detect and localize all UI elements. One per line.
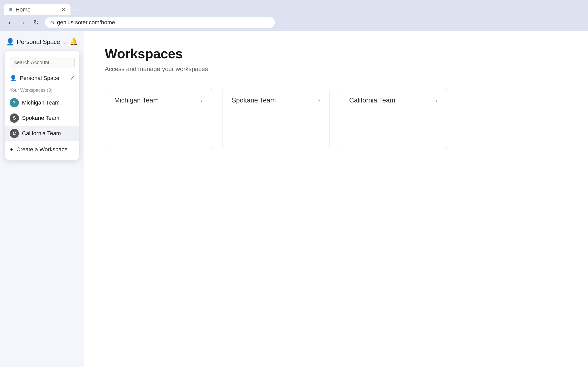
sidebar-header: 👤 Personal Space ⌄ 🔔 [0,31,84,50]
spokane-workspace-label: Spokane Team [22,115,59,121]
forward-button[interactable]: › [18,19,28,27]
workspace-card-michigan-header: Michigan Team › [114,96,203,104]
michigan-workspace-label: Michigan Team [22,99,60,106]
address-bar[interactable]: ⊙ genius.soter.com/home [45,17,275,28]
sidebar: 👤 Personal Space ⌄ 🔔 👤 Personal Space ✓ … [0,31,84,367]
browser-chrome: ≡ Home ✕ + ‹ › ↻ ⊙ genius.soter.com/home [0,0,588,31]
workspace-card-spokane-name: Spokane Team [232,96,276,104]
dropdown-search-area [5,54,79,72]
main-content: Workspaces Access and manage your worksp… [84,31,588,367]
create-workspace-plus-icon: + [10,146,13,153]
michigan-avatar: ? [10,98,19,107]
spokane-avatar: S [10,113,19,123]
new-tab-button[interactable]: + [73,4,84,15]
personal-space-check-icon: ✓ [70,75,75,82]
michigan-card-chevron-icon: › [201,97,203,104]
page-title: Workspaces [105,46,568,61]
california-card-chevron-icon: › [436,97,438,104]
create-workspace-label: Create a Workspace [16,146,67,153]
browser-tab[interactable]: ≡ Home ✕ [4,4,70,15]
dropdown-workspace-california[interactable]: C California Team [5,126,79,141]
workspace-card-michigan-name: Michigan Team [114,96,159,104]
tab-label: Home [16,6,31,13]
user-icon: 👤 [6,38,14,46]
workspaces-section-label: Your Workspaces (3) [5,85,79,95]
dropdown-workspace-spokane[interactable]: S Spokane Team [5,110,79,126]
workspace-card-spokane[interactable]: Spokane Team › [222,88,330,149]
tab-icon: ≡ [9,6,13,13]
address-bar-row: ‹ › ↻ ⊙ genius.soter.com/home [0,15,588,30]
sidebar-chevron-icon: ⌄ [63,39,66,45]
app-container: 👤 Personal Space ⌄ 🔔 👤 Personal Space ✓ … [0,31,588,367]
refresh-button[interactable]: ↻ [32,19,41,27]
workspace-card-michigan[interactable]: Michigan Team › [105,88,212,149]
back-button[interactable]: ‹ [5,19,14,27]
address-security-icon: ⊙ [50,19,54,26]
workspace-card-spokane-header: Spokane Team › [232,96,320,104]
address-url: genius.soter.com/home [57,19,115,26]
workspace-card-california-name: California Team [349,96,395,104]
page-subtitle: Access and manage your workspaces [105,65,568,73]
california-avatar: C [10,129,19,138]
california-workspace-label: California Team [22,130,61,137]
dropdown-personal-space-label: Personal Space [20,75,59,82]
tab-bar: ≡ Home ✕ + [0,0,588,15]
personal-space-user-icon: 👤 [10,75,17,82]
dropdown-personal-space-left: 👤 Personal Space [10,75,59,82]
sidebar-workspace-name: Personal Space [17,38,60,45]
workspace-card-california[interactable]: California Team › [340,88,447,149]
dropdown-workspace-michigan[interactable]: ? Michigan Team [5,95,79,110]
tab-close-button[interactable]: ✕ [62,7,65,13]
workspace-dropdown: 👤 Personal Space ✓ Your Workspaces (3) ?… [5,51,79,160]
workspace-selector[interactable]: 👤 Personal Space ⌄ [6,38,66,46]
workspace-card-california-header: California Team › [349,96,438,104]
create-workspace-item[interactable]: + Create a Workspace [5,142,79,157]
spokane-card-chevron-icon: › [318,97,320,104]
dropdown-personal-space-item[interactable]: 👤 Personal Space ✓ [5,72,79,85]
search-account-input[interactable] [10,57,75,68]
notification-bell-icon[interactable]: 🔔 [70,38,78,46]
workspace-cards-container: Michigan Team › Spokane Team › Californi… [105,88,568,149]
